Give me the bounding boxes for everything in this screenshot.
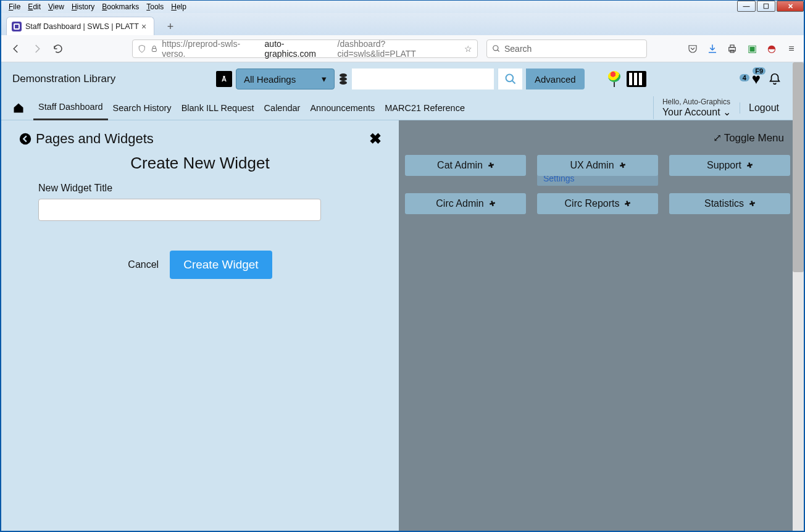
extension-icon[interactable]: ▣ [746, 43, 758, 55]
nav-search-history[interactable]: Search History [108, 96, 177, 120]
card-support[interactable]: Support✖ [669, 155, 790, 176]
svg-point-9 [20, 133, 31, 144]
news-badge: 4 [740, 74, 749, 81]
browser-toolbar: https://preprod-swls-verso.auto-graphics… [1, 35, 804, 62]
svg-point-7 [340, 81, 347, 85]
catalog-search-input[interactable] [352, 69, 494, 89]
logout-link[interactable]: Logout [740, 102, 782, 114]
nav-calendar[interactable]: Calendar [259, 96, 306, 120]
pin-icon: ✖ [745, 160, 754, 170]
advanced-search-button[interactable]: Advanced [526, 69, 585, 89]
menu-bookmarks[interactable]: Bookmarks [98, 2, 143, 12]
pin-icon: ✖ [617, 160, 627, 170]
card-statistics[interactable]: Statistics✖ [669, 193, 790, 214]
browser-search-placeholder: Search [504, 44, 532, 54]
svg-point-6 [340, 77, 347, 81]
window-controls: — ☐ ✕ [736, 1, 804, 12]
account-dropdown-label: Your Account ⌄ [662, 106, 731, 118]
expand-icon: ⤢ [713, 131, 722, 144]
pin-icon: ✖ [487, 198, 497, 209]
shield-icon [138, 44, 146, 53]
nav-announcements[interactable]: Announcements [305, 96, 380, 120]
panel-close-button[interactable]: ✖ [369, 130, 382, 148]
print-icon[interactable] [726, 43, 738, 55]
url-bar[interactable]: https://preprod-swls-verso.auto-graphics… [132, 39, 478, 58]
reload-icon [52, 43, 64, 54]
search-icon [504, 73, 517, 85]
tab-title: Staff Dashboard | SWLS | PLATT [25, 22, 139, 31]
nav-marc21[interactable]: MARC21 Reference [380, 96, 470, 120]
toggle-menu-button[interactable]: ⤢ Toggle Menu [713, 131, 784, 144]
svg-rect-0 [152, 48, 156, 51]
resources-icon[interactable] [627, 71, 646, 87]
cancel-button[interactable]: Cancel [128, 259, 159, 270]
window-minimize-button[interactable]: — [737, 1, 756, 12]
download-icon[interactable] [706, 43, 719, 55]
database-icon[interactable] [338, 73, 348, 85]
nav-blank-ill[interactable]: Blank ILL Request [177, 96, 259, 120]
app-nav: Staff Dashboard Search History Blank ILL… [1, 96, 793, 120]
card-circ-admin[interactable]: Circ Admin✖ [405, 193, 526, 214]
home-icon [12, 102, 25, 114]
window-maximize-button[interactable]: ☐ [757, 1, 775, 12]
tab-close-icon[interactable]: × [139, 22, 149, 31]
arrow-right-icon [31, 43, 43, 54]
url-prefix: https://preprod-swls-verso. [162, 39, 261, 59]
browser-search-input[interactable]: Search [486, 39, 647, 58]
nav-forward-button[interactable] [28, 40, 46, 57]
circle-arrow-left-icon [19, 132, 32, 146]
account-menu[interactable]: Hello, Auto-Graphics Your Account ⌄ [653, 96, 740, 119]
nav-reload-button[interactable] [49, 40, 67, 57]
browser-tab-active[interactable]: Staff Dashboard | SWLS | PLATT × [6, 17, 154, 35]
chevron-down-icon: ▾ [322, 73, 327, 85]
toggle-menu-label: Toggle Menu [724, 132, 784, 144]
nav-back-button[interactable] [7, 40, 25, 57]
os-menubar: File Edit View History Bookmarks Tools H… [1, 1, 804, 13]
menu-tools[interactable]: Tools [143, 2, 167, 12]
explore-icon[interactable] [608, 71, 620, 87]
language-icon[interactable]: Ā [216, 71, 232, 87]
tab-favicon-icon [12, 22, 22, 31]
pin-icon: ✖ [747, 198, 757, 209]
account-greeting: Hello, Auto-Graphics [662, 98, 731, 106]
arrow-left-icon [10, 43, 22, 54]
url-host: auto-graphics.com [265, 39, 334, 59]
menu-history[interactable]: History [68, 2, 98, 12]
nav-staff-dashboard[interactable]: Staff Dashboard [33, 96, 108, 120]
panel-back-button[interactable] [19, 132, 32, 146]
bell-icon [768, 72, 782, 86]
panel-breadcrumb: Pages and Widgets [36, 131, 154, 147]
library-title: Demonstration Library [12, 73, 210, 85]
favorites-badge: F9 [753, 67, 765, 75]
svg-point-1 [493, 45, 498, 50]
notifications-button[interactable] [768, 72, 782, 86]
new-tab-button[interactable]: + [162, 18, 179, 35]
svg-rect-3 [730, 45, 734, 48]
pin-icon: ✖ [486, 160, 496, 170]
catalog-search-button[interactable] [498, 69, 522, 89]
create-widget-button[interactable]: Create Widget [170, 251, 272, 279]
app-header: Demonstration Library Ā All Headings ▾ A… [1, 62, 793, 96]
card-ux-admin[interactable]: UX Admin✖ [537, 155, 658, 176]
widget-title-input[interactable] [38, 199, 321, 221]
security-ext-icon[interactable]: ◓ [765, 43, 778, 55]
pocket-icon[interactable] [686, 43, 699, 55]
search-filter-dropdown[interactable]: All Headings ▾ [236, 69, 335, 89]
home-button[interactable] [12, 102, 25, 114]
menu-file[interactable]: File [5, 2, 24, 12]
url-path: /dashboard?cid=swls&lid=PLATT [338, 39, 461, 59]
lock-icon [150, 44, 159, 53]
svg-point-5 [340, 73, 347, 77]
widget-title-label: New Widget Title [38, 183, 382, 194]
window-close-button[interactable]: ✕ [777, 1, 804, 12]
menu-edit[interactable]: Edit [24, 2, 44, 12]
favorites-button[interactable]: ♥ F9 [752, 72, 761, 86]
create-widget-panel: Pages and Widgets ✖ Create New Widget Ne… [1, 120, 399, 531]
bookmark-star-icon[interactable]: ☆ [464, 44, 472, 54]
menu-help[interactable]: Help [167, 2, 190, 12]
menu-view[interactable]: View [44, 2, 68, 12]
app-menu-button[interactable]: ≡ [785, 43, 798, 55]
card-circ-reports[interactable]: Circ Reports✖ [537, 193, 658, 214]
card-cat-admin[interactable]: Cat Admin✖ [405, 155, 526, 176]
page-scrollbar[interactable] [793, 62, 804, 531]
